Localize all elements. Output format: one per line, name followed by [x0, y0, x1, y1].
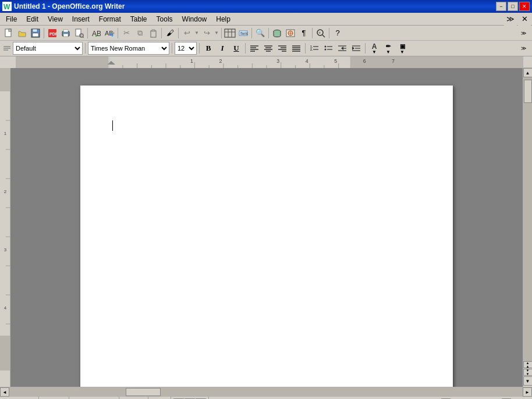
document-page — [80, 86, 453, 387]
underline-button[interactable]: U — [230, 42, 243, 55]
toolbar1-more-btn[interactable]: ≫ — [517, 27, 530, 40]
open-button[interactable] — [16, 27, 29, 40]
svg-text:2.: 2. — [310, 48, 313, 51]
justify-button[interactable] — [290, 42, 303, 55]
separator4 — [161, 28, 162, 38]
preview-button[interactable] — [73, 27, 86, 40]
scroll-thumb[interactable] — [524, 80, 532, 103]
menu-format[interactable]: Format — [94, 14, 126, 24]
menu-edit[interactable]: Edit — [22, 14, 43, 24]
copy-button[interactable]: ⧉ — [133, 27, 146, 40]
undo-button[interactable]: ↩ — [180, 27, 193, 40]
menubar: File Edit View Insert Format Table Tools… — [0, 13, 532, 26]
text-cursor — [112, 120, 113, 131]
svg-rect-10 — [63, 30, 68, 32]
sep-fmt5 — [305, 43, 306, 54]
italic-button[interactable]: I — [216, 42, 229, 55]
sep-fmt2 — [172, 43, 172, 54]
hscroll-thumb[interactable] — [126, 388, 161, 396]
scroll-next-page[interactable]: ▼▼ — [523, 369, 533, 376]
increase-indent-button[interactable] — [350, 42, 363, 55]
svg-rect-11 — [63, 34, 68, 37]
highlight-color-button[interactable]: ✏ ▼ — [382, 42, 395, 55]
toolbars: PDF ABC✓ ABC ✂ ⧉ 🖌 ↩ ▼ ↪ ▼ — [0, 26, 532, 56]
redo-button[interactable]: ↪ — [200, 27, 213, 40]
svg-text:3: 3 — [4, 247, 7, 252]
menu-help[interactable]: Help — [211, 14, 235, 24]
spellcheck-button[interactable]: ABC✓ — [90, 27, 102, 40]
hscroll-left-button[interactable]: ◄ — [0, 387, 9, 397]
document-area[interactable] — [10, 68, 523, 387]
datasource-button[interactable] — [271, 27, 283, 40]
sep-fmt6 — [365, 43, 366, 54]
svg-text:2: 2 — [4, 189, 7, 194]
menu-insert[interactable]: Insert — [68, 14, 94, 24]
align-center-button[interactable] — [262, 42, 275, 55]
font-dropdown[interactable]: Times New Roman Arial Courier New — [88, 42, 169, 55]
window-title: Untitled 1 - OpenOffice.org Writer — [14, 2, 125, 10]
insert-table-button[interactable] — [224, 27, 236, 40]
toolbar-close-btn[interactable]: ✕ — [518, 13, 531, 26]
toolbar-extra-btn[interactable]: ≫ — [504, 13, 517, 26]
navigator-button[interactable] — [284, 27, 297, 40]
sep-fmt3 — [199, 43, 200, 54]
insert-mode-section[interactable]: INSRT — [119, 397, 148, 399]
scroll-down-button[interactable]: ▼ — [523, 376, 533, 386]
svg-rect-101 — [0, 91, 10, 336]
maximize-button[interactable]: □ — [508, 2, 518, 11]
font-color-button[interactable]: A ▼ — [368, 42, 381, 55]
horizontal-ruler: 1 2 3 4 5 6 7 L — [16, 56, 523, 68]
svg-point-60 — [325, 49, 327, 51]
close-button[interactable]: ✕ — [519, 2, 530, 11]
font-size-dropdown[interactable]: 12 10 14 16 — [175, 42, 197, 55]
save-button[interactable] — [29, 27, 42, 40]
minimize-button[interactable]: − — [496, 2, 506, 11]
svg-rect-5 — [33, 29, 37, 32]
ordered-list-button[interactable]: 1.2. — [308, 42, 321, 55]
separator7 — [251, 28, 252, 38]
menu-table[interactable]: Table — [126, 14, 152, 24]
help-button[interactable]: ? — [331, 27, 344, 40]
svg-rect-6 — [33, 33, 38, 37]
menu-tools[interactable]: Tools — [152, 14, 178, 24]
hscroll-track[interactable] — [9, 387, 523, 396]
insert-field-button[interactable]: field — [237, 27, 250, 40]
style-dropdown[interactable]: Default Heading 1 Heading 2 — [13, 42, 83, 55]
zoom-button[interactable]: + — [314, 27, 327, 40]
align-left-button[interactable] — [248, 42, 261, 55]
scroll-prev-page[interactable]: ▲▲ — [523, 361, 533, 368]
autocorrect-button[interactable]: ABC — [103, 27, 116, 40]
cut-button[interactable]: ✂ — [120, 27, 133, 40]
align-right-button[interactable] — [276, 42, 289, 55]
toolbar2-extra: ≫ — [517, 42, 530, 55]
unordered-list-button[interactable] — [322, 42, 335, 55]
svg-rect-19 — [152, 30, 155, 31]
char-shading-button[interactable]: ▣ ▼ — [396, 42, 409, 55]
scroll-track[interactable] — [523, 77, 533, 361]
decrease-indent-button[interactable] — [336, 42, 349, 55]
svg-text:1: 1 — [4, 131, 7, 136]
svg-text:W: W — [3, 3, 10, 11]
scroll-up-button[interactable]: ▲ — [523, 68, 533, 77]
new-button[interactable] — [2, 27, 15, 40]
paste-button[interactable] — [147, 27, 159, 40]
menu-view[interactable]: View — [43, 14, 68, 24]
undo-dropdown-button[interactable]: ▼ — [194, 27, 200, 40]
menu-window[interactable]: Window — [178, 14, 212, 24]
std-section[interactable]: STD — [148, 397, 171, 399]
clone-format-button[interactable]: 🖌 — [164, 27, 176, 40]
print-button[interactable] — [59, 27, 72, 40]
svg-text:4: 4 — [306, 58, 308, 64]
svg-text:3: 3 — [276, 58, 279, 64]
bold-button[interactable]: B — [202, 42, 215, 55]
hscroll-right-button[interactable]: ► — [523, 387, 532, 397]
formatting-marks-button[interactable]: ¶ — [297, 27, 310, 40]
statusbar: Page 1 / 1 Default English (USA) INSRT S… — [0, 396, 532, 399]
redo-dropdown-button[interactable]: ▼ — [214, 27, 219, 40]
pdf-button[interactable]: PDF — [46, 27, 59, 40]
toolbar2-more-btn[interactable]: ≫ — [517, 42, 530, 55]
view-buttons — [171, 397, 209, 399]
vertical-scrollbar[interactable]: ▲ ▲▲ ▼▼ ▼ — [523, 68, 532, 387]
menu-file[interactable]: File — [1, 14, 22, 24]
find-button[interactable]: 🔍 — [254, 27, 267, 40]
